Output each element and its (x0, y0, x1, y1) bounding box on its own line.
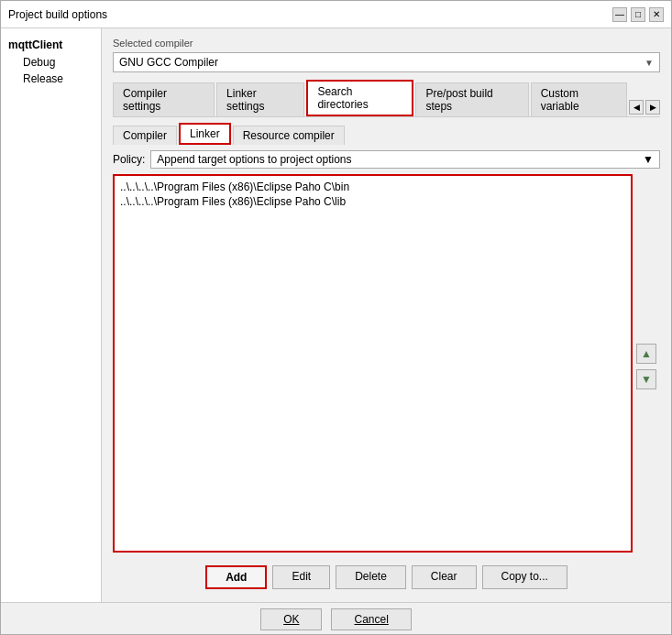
compiler-dropdown[interactable]: GNU GCC Compiler ▼ (113, 52, 660, 72)
main-area: ..\..\..\..\Program Files (x86)\Eclipse … (113, 174, 660, 558)
ok-button[interactable]: OK (260, 608, 322, 630)
title-bar-buttons: — □ ✕ (612, 7, 664, 22)
title-bar: Project build options — □ ✕ (1, 1, 671, 28)
minimize-button[interactable]: — (612, 7, 627, 22)
sub-tab-compiler[interactable]: Compiler (113, 126, 177, 145)
sidebar-item-debug[interactable]: Debug (16, 54, 101, 71)
tab-compiler-settings[interactable]: Compiler settings (113, 82, 215, 116)
list-item[interactable]: ..\..\..\..\Program Files (x86)\Eclipse … (118, 194, 627, 209)
sub-tab-linker[interactable]: Linker (179, 123, 231, 145)
clear-button[interactable]: Clear (412, 565, 477, 589)
sub-tab-resource-compiler[interactable]: Resource compiler (233, 126, 345, 145)
move-down-button[interactable]: ▼ (636, 369, 656, 389)
move-up-button[interactable]: ▲ (636, 344, 656, 364)
copy-to-button[interactable]: Copy to... (482, 565, 567, 589)
maximize-button[interactable]: □ (631, 7, 645, 22)
tab-nav-arrows: ◀ ▶ (629, 100, 660, 116)
policy-value: Append target options to project options (157, 153, 351, 166)
sidebar-sub: Debug Release (1, 54, 101, 87)
sidebar-item-mqttclient[interactable]: mqttClient (1, 36, 101, 54)
list-item[interactable]: ..\..\..\..\Program Files (x86)\Eclipse … (118, 180, 627, 194)
tabs-bar: Compiler settings Linker settings Search… (113, 80, 660, 117)
project-build-options-window: Project build options — □ ✕ mqttClient D… (0, 0, 672, 635)
right-arrows: ▲ ▼ (633, 174, 660, 558)
sub-tabs-bar: Compiler Linker Resource compiler (113, 123, 660, 145)
policy-row: Policy: Append target options to project… (113, 150, 660, 169)
tab-pre-post-build[interactable]: Pre/post build steps (415, 82, 528, 116)
main-panel: Selected compiler GNU GCC Compiler ▼ Com… (102, 28, 671, 602)
window-title: Project build options (8, 8, 107, 21)
tab-nav-left[interactable]: ◀ (629, 100, 644, 115)
close-button[interactable]: ✕ (649, 7, 664, 22)
policy-dropdown-arrow: ▼ (643, 153, 654, 166)
add-button[interactable]: Add (205, 565, 267, 589)
sidebar: mqttClient Debug Release (1, 28, 102, 602)
policy-label: Policy: (113, 153, 145, 166)
compiler-dropdown-arrow: ▼ (644, 58, 654, 68)
tab-linker-settings[interactable]: Linker settings (216, 82, 304, 116)
tab-custom-variable[interactable]: Custom variable (531, 82, 627, 116)
sidebar-item-release[interactable]: Release (16, 71, 101, 87)
directory-list-box[interactable]: ..\..\..\..\Program Files (x86)\Eclipse … (113, 174, 633, 553)
dir-panel: ..\..\..\..\Program Files (x86)\Eclipse … (113, 174, 633, 558)
bottom-buttons: Add Edit Delete Clear Copy to... (113, 558, 660, 593)
compiler-value: GNU GCC Compiler (119, 56, 218, 69)
cancel-button[interactable]: Cancel (331, 608, 411, 630)
edit-button[interactable]: Edit (272, 565, 330, 589)
policy-dropdown[interactable]: Append target options to project options… (150, 150, 660, 169)
window-content: mqttClient Debug Release Selected compil… (1, 28, 671, 602)
tab-nav-right[interactable]: ▶ (645, 100, 660, 115)
tab-search-directories[interactable]: Search directories (306, 80, 413, 116)
delete-button[interactable]: Delete (336, 565, 406, 589)
selected-compiler-label: Selected compiler (113, 38, 660, 49)
ok-cancel-bar: OK Cancel (1, 602, 671, 634)
